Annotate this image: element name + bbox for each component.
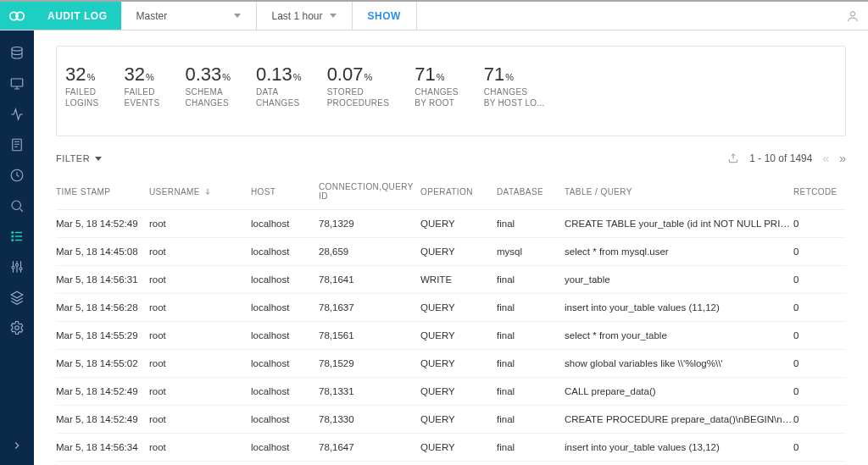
cell-username: root xyxy=(149,358,251,368)
cell-username: root xyxy=(149,302,251,313)
table-row[interactable]: Mar 5, 18 14:52:49rootlocalhost78,1330QU… xyxy=(56,406,846,434)
col-retcode[interactable]: RETCODE xyxy=(793,187,836,197)
search-icon[interactable] xyxy=(9,198,25,213)
clock-icon[interactable] xyxy=(9,168,25,183)
show-button[interactable]: SHOW xyxy=(353,2,417,30)
stat-item[interactable]: 0.07%STORED PROCEDURES xyxy=(324,64,390,108)
cell-operation: QUERY xyxy=(420,219,497,229)
cell-connection: 28,659 xyxy=(319,246,420,257)
col-database[interactable]: DATABASE xyxy=(497,187,565,197)
table-row[interactable]: Mar 5, 18 14:45:08rootlocalhost28,659QUE… xyxy=(56,238,846,266)
svg-point-13 xyxy=(19,268,22,270)
pager-next-button[interactable] xyxy=(839,152,846,165)
svg-point-10 xyxy=(12,240,14,241)
cell-retcode: 0 xyxy=(793,358,836,368)
stat-item[interactable]: 71%CHANGES BY HOST LO... xyxy=(481,64,545,108)
table-header: TIME STAMP USERNAME HOST CONNECTION,QUER… xyxy=(56,175,846,210)
cell-retcode: 0 xyxy=(793,246,836,257)
table-row[interactable]: Mar 5, 18 14:55:29rootlocalhost78,1561QU… xyxy=(56,322,846,350)
topbar: AUDIT LOG Master Last 1 hour SHOW xyxy=(0,0,868,30)
expand-sidebar-icon[interactable] xyxy=(9,438,25,453)
table-row[interactable]: Mar 5, 18 14:56:28rootlocalhost78,1637QU… xyxy=(56,294,846,322)
cell-username: root xyxy=(149,219,251,229)
cell-connection: 78,1330 xyxy=(319,414,420,424)
col-connection[interactable]: CONNECTION,QUERY ID xyxy=(319,182,420,201)
cell-query: your_table xyxy=(565,274,793,285)
sidebar xyxy=(0,30,34,465)
pager-range: 1 - 10 of 1494 xyxy=(749,152,812,164)
cell-username: root xyxy=(149,274,251,285)
stat-value: 0.07% xyxy=(327,64,390,86)
svg-point-12 xyxy=(16,263,19,266)
table-row[interactable]: Mar 5, 18 14:52:49rootlocalhost78,1329QU… xyxy=(56,210,846,238)
table-row[interactable]: Mar 5, 18 14:56:34rootlocalhost78,1647QU… xyxy=(56,434,846,462)
table-row[interactable]: Mar 5, 18 14:56:31rootlocalhost78,1641WR… xyxy=(56,266,846,294)
stat-item[interactable]: 71%CHANGES BY ROOT xyxy=(411,64,459,108)
database-icon[interactable] xyxy=(9,46,25,61)
filter-label: FILTER xyxy=(56,153,90,163)
col-query[interactable]: TABLE / QUERY xyxy=(565,187,793,197)
layers-icon[interactable] xyxy=(9,290,25,305)
cell-connection: 78,1529 xyxy=(319,358,420,368)
cell-query: select * from your_table xyxy=(565,330,793,340)
cell-database: final xyxy=(497,302,565,313)
stat-item[interactable]: 32%FAILED LOGINS xyxy=(57,64,99,108)
cell-timestamp: Mar 5, 18 14:55:29 xyxy=(56,330,149,340)
document-icon[interactable] xyxy=(9,137,25,152)
cell-retcode: 0 xyxy=(793,302,836,313)
cell-retcode: 0 xyxy=(793,442,836,452)
table-row[interactable]: Mar 5, 18 14:52:49rootlocalhost78,1331QU… xyxy=(56,378,846,406)
brand-logo[interactable] xyxy=(0,2,34,30)
cell-retcode: 0 xyxy=(793,330,836,340)
cell-database: final xyxy=(497,358,565,368)
cell-host: localhost xyxy=(251,246,319,257)
cluster-select[interactable]: Master xyxy=(121,2,257,30)
user-menu[interactable] xyxy=(837,2,868,30)
activity-icon[interactable] xyxy=(9,107,25,122)
pager-prev-button[interactable] xyxy=(822,152,829,165)
time-range-value: Last 1 hour xyxy=(272,10,323,22)
cell-timestamp: Mar 5, 18 14:52:49 xyxy=(56,414,149,424)
cell-query: show global variables like \\'%log%\\' xyxy=(565,358,793,368)
time-range-select[interactable]: Last 1 hour xyxy=(257,2,353,30)
stat-item[interactable]: 0.13%DATA CHANGES xyxy=(253,64,302,108)
col-operation[interactable]: OPERATION xyxy=(420,187,497,197)
svg-point-7 xyxy=(12,201,21,210)
cell-database: final xyxy=(497,330,565,340)
col-timestamp[interactable]: TIME STAMP xyxy=(56,187,149,197)
svg-point-14 xyxy=(15,326,19,330)
stat-item[interactable]: 32%FAILED EVENTS xyxy=(121,64,160,108)
cell-connection: 78,1637 xyxy=(319,302,420,313)
cell-operation: QUERY xyxy=(420,386,497,396)
stat-value: 0.13% xyxy=(256,64,302,86)
cell-operation: QUERY xyxy=(420,330,497,340)
page-title: AUDIT LOG xyxy=(34,2,121,30)
list-icon[interactable] xyxy=(9,229,25,244)
stat-item[interactable]: 0.33%SCHEMA CHANGES xyxy=(181,64,231,108)
stat-label: FAILED LOGINS xyxy=(65,87,99,108)
filter-button[interactable]: FILTER xyxy=(56,153,102,163)
table-row[interactable]: Mar 5, 18 14:55:02rootlocalhost78,1529QU… xyxy=(56,350,846,378)
chevron-down-icon xyxy=(95,157,102,161)
cell-connection: 78,1561 xyxy=(319,330,420,340)
monitor-icon[interactable] xyxy=(9,76,25,91)
cell-timestamp: Mar 5, 18 14:45:08 xyxy=(56,246,149,257)
export-icon[interactable] xyxy=(727,152,739,164)
cell-retcode: 0 xyxy=(793,386,836,396)
svg-point-8 xyxy=(12,232,14,234)
cell-timestamp: Mar 5, 18 14:55:02 xyxy=(56,358,149,368)
cell-database: mysql xyxy=(497,246,565,257)
col-username[interactable]: USERNAME xyxy=(149,187,251,197)
cell-timestamp: Mar 5, 18 14:52:49 xyxy=(56,386,149,396)
cell-username: root xyxy=(149,330,251,340)
content: 32%FAILED LOGINS32%FAILED EVENTS0.33%SCH… xyxy=(34,30,868,465)
cell-operation: QUERY xyxy=(420,414,497,424)
sliders-icon[interactable] xyxy=(9,259,25,274)
col-host[interactable]: HOST xyxy=(251,187,319,197)
cell-operation: QUERY xyxy=(420,442,497,452)
cell-retcode: 0 xyxy=(793,274,836,285)
cell-connection: 78,1331 xyxy=(319,386,420,396)
gear-icon[interactable] xyxy=(9,320,25,335)
cell-retcode: 0 xyxy=(793,414,836,424)
stats-card: 32%FAILED LOGINS32%FAILED EVENTS0.33%SCH… xyxy=(56,46,846,136)
